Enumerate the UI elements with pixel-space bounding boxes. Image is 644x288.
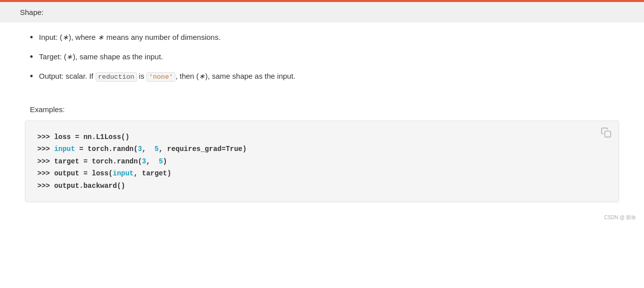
none-string-code: 'none' [146, 72, 176, 82]
examples-label: Examples: [0, 100, 644, 121]
shape-content: Input: (∗), where ∗ means any number of … [0, 22, 644, 100]
shape-bullet-list: Input: (∗), where ∗ means any number of … [30, 31, 614, 83]
output-bullet: Output: scalar. If reduction is 'none', … [30, 70, 614, 83]
input-bullet: Input: (∗), where ∗ means any number of … [30, 31, 614, 44]
input-bullet-text: Input: (∗), where ∗ means any number of … [39, 31, 221, 43]
code-block-content: >>> loss = nn.L1Loss() >>> input = torch… [37, 131, 607, 192]
shape-header: Shape: [0, 2, 644, 22]
shape-title: Shape: [20, 8, 44, 16]
reduction-code: reduction [96, 72, 137, 82]
prompt-1: >>> [37, 133, 50, 141]
output-bullet-text: Output: scalar. If reduction is 'none', … [39, 70, 295, 83]
code-block: >>> loss = nn.L1Loss() >>> input = torch… [25, 121, 619, 203]
code-line-5-text: output.backward() [54, 182, 126, 190]
prompt-2: >>> [37, 145, 50, 153]
copy-icon[interactable] [601, 127, 612, 138]
input-where-star: ∗ [98, 33, 104, 41]
prompt-5: >>> [37, 182, 50, 190]
svg-rect-0 [605, 131, 611, 137]
target-bullet-text: Target: (∗), same shape as the input. [39, 51, 163, 63]
input-math-star: ∗ [62, 33, 69, 41]
watermark: CSDN @ 那块 [0, 212, 644, 224]
prompt-3: >>> [37, 157, 50, 165]
prompt-4: >>> [37, 169, 50, 177]
code-line-1-text: loss = nn.L1Loss() [54, 133, 129, 141]
code-line-2-text: input = torch.randn(3, 5, requires_grad=… [54, 145, 247, 153]
target-math-star: ∗ [66, 53, 73, 61]
code-line-3-text: target = torch.randn(3, 5) [54, 157, 167, 165]
code-line-4-text: output = loss(input, target) [54, 169, 171, 177]
target-bullet: Target: (∗), same shape as the input. [30, 51, 614, 63]
output-math-star: ∗ [199, 72, 205, 80]
